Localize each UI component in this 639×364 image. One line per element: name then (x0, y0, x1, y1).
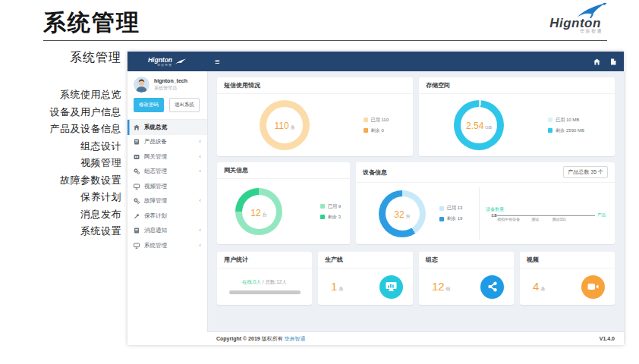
app-menu-item[interactable]: 网关管理‹ (127, 149, 207, 165)
scada-card: 组态 12组 (419, 252, 514, 305)
legend-entry: 已用 10 MB (548, 117, 584, 124)
app-menu: 系统总览产品设备‹网关管理‹组态管理‹视频管理故障管理‹保养计划消息通知‹系统管… (127, 119, 207, 253)
app-navbar: ≡ (207, 52, 624, 71)
chevron-left-icon: ‹ (199, 168, 201, 174)
storage-donut-chart: 2.54 GB (454, 100, 504, 150)
bar-x-axis-label: 产品 (597, 212, 606, 218)
copyright-text: Copyright © 2019 版权所有 华辰智通 (216, 335, 306, 343)
chevron-left-icon: ‹ (199, 198, 201, 204)
video-card: 视频 4条 (520, 252, 615, 305)
sms-unit: 条 (291, 124, 295, 131)
app-content: 短信使用情况 110 条 已用 110剩余 0 存储空间 (207, 71, 624, 331)
outer-sidebar-item[interactable]: 视频管理 (0, 155, 121, 172)
outer-sidebar-item[interactable]: 故障参数设置 (0, 172, 121, 190)
total-count: 总数:12人 (265, 279, 287, 284)
avatar (134, 77, 150, 93)
card-title: 视频 (527, 256, 539, 264)
app-menu-item[interactable]: 组态管理‹ (127, 165, 207, 180)
card-title: 存储空间 (426, 81, 450, 89)
brand-name: Hignton (540, 18, 610, 28)
menu-item-label: 产品设备 (144, 138, 167, 146)
book-icon (134, 228, 140, 234)
home-icon (134, 124, 140, 130)
hamburger-menu-icon[interactable]: ≡ (215, 58, 219, 65)
storage-unit: GB (485, 125, 492, 130)
x-tick-label: 测试 (531, 217, 539, 221)
menu-item-label: 视频管理 (144, 183, 167, 190)
app-menu-item[interactable]: 视频管理 (127, 179, 207, 194)
monitor-icon (134, 184, 140, 190)
version-label: V1.4.0 (600, 336, 615, 341)
company-link[interactable]: 华辰智通 (285, 336, 306, 341)
scada-count: 12 (432, 280, 445, 293)
app-logo-name: Hignton (148, 57, 172, 63)
legend-entry: 已用 13 (439, 205, 462, 212)
app-menu-item[interactable]: 系统管理‹ (127, 238, 207, 253)
user-role: 系统管理员 (154, 85, 187, 92)
app-menu-item[interactable]: 保养计划 (127, 209, 207, 224)
app-menu-item[interactable]: 故障管理‹ (127, 194, 207, 209)
change-password-button[interactable]: 修改密码 (134, 98, 164, 112)
outer-sidebar-item[interactable]: 产品及设备信息 (0, 121, 121, 138)
storage-card: 存储空间 2.54 GB 已用 10 MB剩余 2590 MB (419, 77, 615, 156)
outer-sidebar-item[interactable]: 消息发布 (0, 206, 121, 224)
legend-swatch (548, 118, 552, 122)
legend-swatch (364, 118, 368, 122)
legend-entry: 剩余 0 (364, 127, 389, 134)
outer-sidebar-item[interactable]: 设备及用户信息 (0, 104, 121, 121)
legend-entry: 已用 110 (364, 117, 389, 124)
legend-entry: 剩余 3 (320, 214, 341, 221)
sms-donut-chart: 110 条 (260, 100, 310, 150)
user-actions: 修改密码 退出系统 (127, 96, 207, 119)
card-title: 用户统计 (224, 256, 248, 264)
grid-icon (134, 154, 140, 160)
user-stats-card: 用户统计 在线:0人 / 总数:12人 (217, 252, 312, 305)
user-panel: hignton_tech 系统管理员 (127, 71, 207, 96)
legend-label: 已用 110 (371, 117, 389, 124)
outer-sidebar-item[interactable]: 保养计划 (0, 189, 121, 206)
card-title: 设备信息 (363, 168, 387, 177)
app-menu-item[interactable]: 产品设备‹ (127, 135, 207, 150)
legend-label: 已用 9 (328, 203, 341, 210)
device-info-card: 设备信息 产品总数 35 个 32 台 已用 13剩余 19 (356, 162, 615, 244)
x-tick-label: 测试001 (552, 217, 565, 221)
outer-sidebar-item[interactable]: 系统设置 (0, 223, 121, 240)
legend-label: 已用 13 (447, 205, 462, 212)
storage-value: 2.54 (466, 121, 483, 131)
legend-label: 已用 10 MB (556, 117, 579, 124)
x-tick-label: 模拟中谷设备 (497, 217, 520, 221)
middle-cards-row: 网关信息 12 台 已用 9剩余 3 设备信息 (217, 162, 615, 244)
legend-swatch (364, 128, 368, 133)
monitor-icon (134, 243, 140, 249)
home-icon[interactable] (593, 58, 600, 65)
card-title: 网关信息 (224, 166, 248, 174)
legend-label: 剩余 3 (328, 214, 341, 221)
legend-entry: 剩余 2590 MB (548, 127, 584, 134)
card-title: 组态 (426, 256, 438, 264)
menu-item-label: 系统总览 (144, 124, 167, 131)
chevron-left-icon: ‹ (199, 243, 201, 249)
legend-swatch (439, 217, 444, 221)
app-menu-item[interactable]: 系统总览 (127, 120, 207, 135)
gears-icon (134, 198, 140, 204)
app-menu-item[interactable]: 消息通知‹ (127, 224, 207, 239)
online-count: 在线:0人 (242, 279, 261, 284)
product-total-badge[interactable]: 产品总数 35 个 (563, 166, 608, 178)
app-footer: Copyright © 2019 版权所有 华辰智通 V1.4.0 (207, 331, 624, 345)
outer-sidebar-item[interactable]: 系统使用总览 (0, 86, 121, 104)
legend-entry: 已用 9 (320, 203, 341, 210)
menu-item-label: 消息通知 (144, 227, 167, 234)
outer-sidebar-item[interactable]: 组态设计 (0, 138, 121, 155)
book-icon (134, 139, 140, 145)
gears-icon (134, 168, 140, 174)
storage-legend: 已用 10 MB剩余 2590 MB (548, 117, 584, 134)
legend-swatch (439, 206, 444, 211)
menu-item-label: 故障管理 (144, 197, 167, 205)
legend-entry: 剩余 19 (439, 215, 462, 222)
logout-button[interactable]: 退出系统 (169, 98, 200, 112)
menu-item-label: 保养计划 (144, 212, 167, 220)
app-logo: Hignton 华辰智通 (127, 52, 207, 71)
page-title: 系统管理 (43, 8, 140, 39)
document-icon[interactable] (610, 58, 616, 65)
wrench-icon (134, 213, 140, 219)
